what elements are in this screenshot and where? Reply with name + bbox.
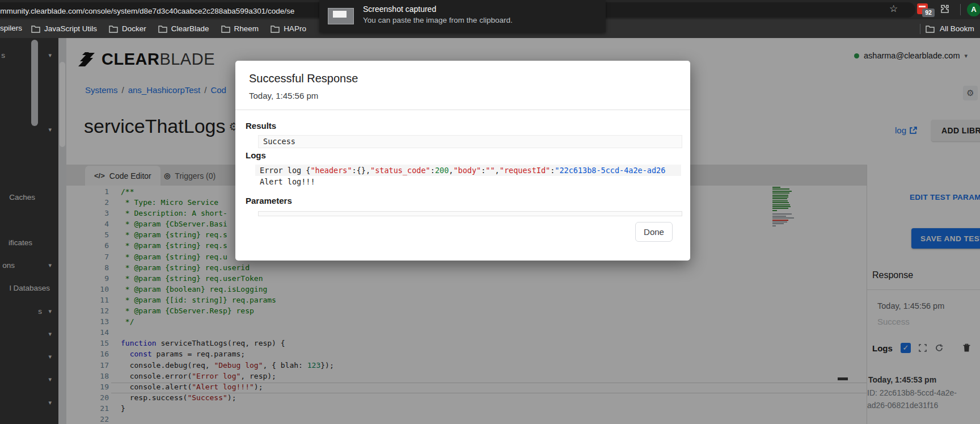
screenshot-thumbnail	[328, 8, 354, 24]
extensions-puzzle-icon[interactable]	[939, 3, 951, 15]
bookmark-item[interactable]: JavaScript Utils	[31, 24, 97, 33]
bookmark-item-clipped[interactable]: spilers	[0, 24, 22, 32]
successful-response-dialog: Successful Response Today, 1:45:56 pm Re…	[235, 61, 690, 261]
bookmarks-divider	[920, 24, 920, 34]
bookmark-item[interactable]: HAPro	[271, 24, 306, 33]
results-heading: Results	[246, 121, 276, 131]
all-bookmarks-label[interactable]: All Bookm	[940, 24, 974, 33]
notification-title: Screenshot captured	[363, 5, 436, 14]
bookmark-label: ClearBlade	[171, 24, 209, 33]
logs-heading: Logs	[246, 150, 266, 160]
folder-icon	[31, 25, 40, 33]
bookmark-item[interactable]: ClearBlade	[158, 24, 209, 33]
screen: s▾▾Cachesificatesons▾l Databasess▾▾▾▾▾ C…	[0, 0, 980, 424]
bookmark-item[interactable]: Rheem	[221, 24, 259, 33]
dialog-divider	[235, 110, 690, 110]
folder-icon	[221, 25, 230, 33]
bookmark-label: Docker	[122, 24, 146, 33]
dialog-title: Successful Response	[249, 72, 358, 85]
url-text: community.clearblade.com/console/system/…	[0, 7, 294, 15]
log-line-alert: Alert log!!!	[255, 176, 681, 187]
bookmark-label: HAPro	[284, 24, 306, 33]
folder-icon	[271, 25, 280, 33]
extension-badge: 92	[922, 9, 935, 17]
bookmark-star-icon[interactable]: ☆	[889, 3, 898, 15]
bookmark-label: Rheem	[234, 24, 259, 33]
results-box: Success	[258, 135, 682, 148]
browser-avatar[interactable]: A	[967, 3, 980, 16]
log-line-error: Error log {"headers":{},"status_code":20…	[255, 165, 681, 176]
screenshot-notification[interactable]: Screenshot captured You can paste the im…	[319, 0, 606, 32]
parameters-heading: Parameters	[246, 196, 292, 205]
topbar-divider	[960, 4, 961, 15]
done-button[interactable]: Done	[635, 222, 673, 242]
folder-icon	[158, 25, 167, 33]
notification-body: You can paste the image from the clipboa…	[363, 16, 513, 24]
bookmark-label: JavaScript Utils	[44, 24, 97, 33]
parameters-box[interactable]	[258, 211, 682, 216]
bookmark-item[interactable]: Docker	[109, 24, 146, 33]
dialog-timestamp: Today, 1:45:56 pm	[249, 91, 318, 100]
folder-icon	[109, 25, 118, 33]
folder-icon	[926, 25, 935, 33]
